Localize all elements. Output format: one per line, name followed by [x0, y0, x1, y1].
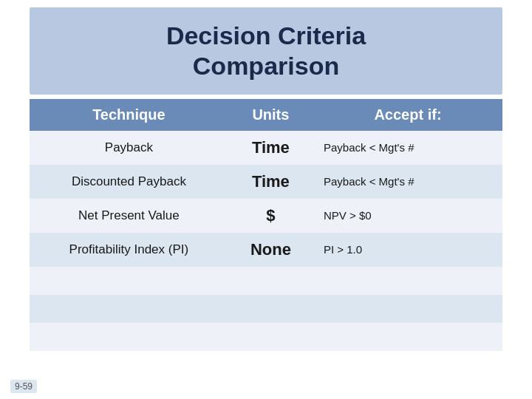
col-header-accept: Accept if:: [313, 99, 502, 131]
cell-accept: Payback < Mgt's #: [313, 165, 502, 199]
title-line1: Decision Criteria: [166, 21, 366, 50]
criteria-table-wrapper: Technique Units Accept if: PaybackTimePa…: [30, 99, 502, 351]
cell-technique: Discounted Payback: [30, 165, 228, 199]
table-header-row: Technique Units Accept if:: [30, 99, 502, 131]
cell-accept: PI > 1.0: [313, 233, 502, 267]
table-row-empty: [30, 267, 502, 295]
criteria-table: Technique Units Accept if: PaybackTimePa…: [30, 99, 502, 351]
page-title: Decision Criteria Comparison: [44, 21, 488, 81]
cell-accept: Payback < Mgt's #: [313, 131, 502, 165]
slide-number: 9-59: [10, 380, 37, 393]
col-header-technique: Technique: [30, 99, 228, 131]
table-row: PaybackTimePayback < Mgt's #: [30, 131, 502, 165]
title-box: Decision Criteria Comparison: [30, 7, 502, 95]
cell-technique: Net Present Value: [30, 199, 228, 233]
cell-units: $: [228, 199, 313, 233]
table-row: Profitability Index (PI)NonePI > 1.0: [30, 233, 502, 267]
cell-units: Time: [228, 131, 313, 165]
title-line2: Comparison: [193, 52, 339, 80]
cell-units: Time: [228, 165, 313, 199]
table-row-empty: [30, 295, 502, 323]
table-row: Net Present Value$NPV > $0: [30, 199, 502, 233]
cell-technique: Payback: [30, 131, 228, 165]
table-row-empty: [30, 323, 502, 351]
col-header-units: Units: [228, 99, 313, 131]
cell-accept: NPV > $0: [313, 199, 502, 233]
cell-technique: Profitability Index (PI): [30, 233, 228, 267]
page-container: Decision Criteria Comparison Technique U…: [0, 0, 532, 399]
table-row: Discounted PaybackTimePayback < Mgt's #: [30, 165, 502, 199]
cell-units: None: [228, 233, 313, 267]
